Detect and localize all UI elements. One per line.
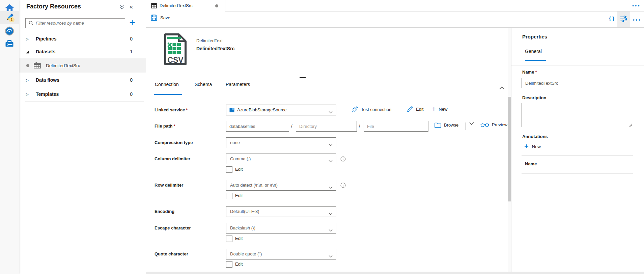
vertical-scrollbar[interactable] bbox=[508, 28, 511, 272]
linked-service-dropdown[interactable]: AzureBlobStorageSource bbox=[226, 105, 336, 115]
divider bbox=[146, 80, 508, 80]
test-connection-label: Test connection bbox=[361, 107, 391, 112]
resize-grip-icon[interactable] bbox=[628, 122, 632, 128]
horizontal-scrollbar[interactable] bbox=[146, 272, 644, 274]
name-field-label: Name* bbox=[522, 70, 537, 75]
divider bbox=[522, 155, 633, 156]
collapse-panel-icon[interactable]: « bbox=[130, 3, 133, 10]
tab-schema[interactable]: Schema bbox=[195, 82, 212, 87]
new-annotation-button[interactable]: + New bbox=[524, 143, 541, 150]
resize-handle[interactable] bbox=[300, 77, 306, 78]
escape-character-value: Backslash (\) bbox=[230, 223, 255, 233]
csv-file-icon: CSV bbox=[162, 32, 189, 67]
dataset-name-label: DelimitedTextSrc bbox=[196, 46, 234, 51]
form-row-file-path: File path* / / Browse bbox=[155, 121, 508, 132]
edit-label: Edit bbox=[416, 107, 423, 112]
tree-label: Data flows bbox=[36, 77, 59, 83]
save-button[interactable]: Save bbox=[151, 15, 170, 21]
tree-item-datasets[interactable]: ◢ Datasets 1 bbox=[19, 45, 146, 58]
collapse-all-icon[interactable] bbox=[119, 5, 124, 11]
tab-parameters[interactable]: Parameters bbox=[226, 82, 250, 87]
form-row-column-delimiter-edit: Edit bbox=[155, 166, 508, 174]
quote-character-dropdown[interactable]: Double quote (") bbox=[226, 249, 336, 259]
nav-manage[interactable] bbox=[0, 37, 19, 50]
path-separator: / bbox=[359, 123, 360, 129]
row-delimiter-value: Auto detect (\r,\n, or \r\n) bbox=[230, 180, 278, 190]
tree-label: Pipelines bbox=[36, 36, 56, 42]
filter-resources-input[interactable] bbox=[34, 21, 125, 26]
column-delimiter-dropdown[interactable]: Comma (,) bbox=[226, 154, 336, 164]
save-label: Save bbox=[160, 15, 170, 20]
filter-resources-box bbox=[25, 18, 125, 28]
info-icon[interactable] bbox=[340, 156, 346, 163]
collapse-section-button[interactable] bbox=[498, 84, 506, 92]
new-annotation-label: New bbox=[532, 144, 541, 149]
container-input[interactable] bbox=[226, 121, 289, 132]
code-view-button[interactable]: { } bbox=[609, 16, 614, 21]
tree-label: Datasets bbox=[36, 49, 55, 54]
form-row-quote-character-edit: Edit bbox=[155, 261, 508, 269]
table-icon bbox=[151, 3, 157, 10]
tree-item-delimitedtextsrc[interactable]: DelimitedTextSrc bbox=[19, 58, 146, 73]
form-row-column-delimiter: Column delimiter Comma (,) bbox=[155, 154, 508, 165]
pencil-icon bbox=[407, 106, 413, 112]
tree-item-dataflows[interactable]: ▷ Data flows 0 bbox=[19, 73, 146, 87]
dataset-table-icon bbox=[34, 62, 41, 70]
name-field-input[interactable] bbox=[522, 78, 634, 88]
blob-storage-icon bbox=[229, 108, 234, 114]
edit-linked-service-button[interactable]: Edit bbox=[407, 106, 423, 112]
toolbar-more-icon[interactable]: ●●● bbox=[633, 18, 641, 22]
properties-toggle-button[interactable] bbox=[617, 11, 630, 27]
compression-value: none bbox=[230, 138, 240, 148]
description-field-textarea[interactable] bbox=[522, 103, 634, 127]
row-delimiter-edit-checkbox[interactable] bbox=[226, 193, 232, 199]
edit-checkbox-label: Edit bbox=[235, 262, 243, 267]
field-label: Compression type bbox=[155, 137, 193, 148]
info-icon[interactable] bbox=[340, 183, 346, 189]
form-row-escape-character-edit: Edit bbox=[155, 236, 508, 243]
compression-type-dropdown[interactable]: none bbox=[226, 137, 336, 148]
divider bbox=[25, 101, 144, 102]
add-resource-button[interactable]: + bbox=[127, 17, 138, 28]
preview-data-button[interactable]: Preview data bbox=[480, 122, 508, 127]
chevron-right-icon: ▷ bbox=[26, 37, 29, 40]
tree-item-templates[interactable]: ▷ Templates 0 bbox=[19, 87, 146, 101]
escape-character-dropdown[interactable]: Backslash (\) bbox=[226, 223, 336, 234]
browse-label: Browse bbox=[444, 122, 458, 128]
tab-general[interactable]: General bbox=[525, 49, 542, 54]
column-delimiter-value: Comma (,) bbox=[230, 154, 251, 164]
scrollbar-thumb[interactable] bbox=[508, 97, 511, 201]
quote-character-edit-checkbox[interactable] bbox=[226, 261, 232, 268]
tree-item-pipelines[interactable]: ▷ Pipelines 0 bbox=[19, 32, 146, 45]
encoding-dropdown[interactable]: Default(UTF-8) bbox=[226, 206, 336, 217]
linked-service-value: AzureBlobStorageSource bbox=[237, 105, 287, 115]
column-delimiter-edit-checkbox[interactable] bbox=[226, 166, 232, 173]
tab-connection[interactable]: Connection bbox=[155, 82, 179, 87]
tab-delimitedtextsrc[interactable]: DelimitedTextSrc bbox=[146, 0, 225, 11]
browse-options-chevron[interactable] bbox=[469, 122, 474, 125]
plus-icon: + bbox=[432, 106, 436, 112]
test-connection-button[interactable]: Test connection bbox=[352, 106, 391, 113]
file-input[interactable] bbox=[364, 121, 428, 132]
form-row-row-delimiter: Row delimiter Auto detect (\r,\n, or \r\… bbox=[155, 180, 508, 191]
field-label: Quote character bbox=[155, 249, 188, 259]
directory-input[interactable] bbox=[296, 121, 357, 132]
browse-button[interactable]: Browse bbox=[435, 122, 458, 128]
escape-character-edit-checkbox[interactable] bbox=[226, 236, 232, 242]
chevron-down-icon bbox=[329, 109, 333, 115]
active-tab-underline bbox=[525, 60, 546, 61]
tabbar-more-icon[interactable]: ●●● bbox=[632, 4, 641, 7]
row-delimiter-dropdown[interactable]: Auto detect (\r,\n, or \r\n) bbox=[226, 180, 336, 191]
manage-toolbox-icon bbox=[5, 39, 14, 48]
nav-author[interactable]: 1 bbox=[0, 11, 19, 24]
tree-count: 0 bbox=[130, 36, 133, 42]
edit-checkbox-label: Edit bbox=[235, 236, 243, 241]
new-linked-service-button[interactable]: + New bbox=[432, 106, 447, 112]
tree-count: 1 bbox=[130, 49, 133, 54]
chevron-right-icon: ▷ bbox=[26, 78, 29, 82]
edit-checkbox-label: Edit bbox=[235, 193, 243, 198]
field-label: Linked service* bbox=[155, 105, 188, 115]
dataset-label: DelimitedTextSrc bbox=[46, 63, 80, 68]
nav-monitor[interactable] bbox=[0, 25, 19, 37]
panel-title: Factory Resources bbox=[26, 3, 81, 10]
